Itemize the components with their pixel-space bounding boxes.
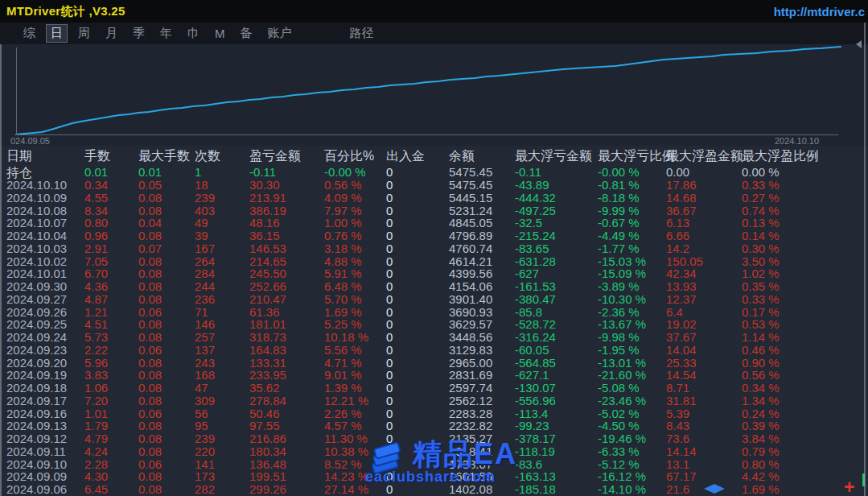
cell-8: -83.6 (515, 458, 598, 471)
cell-11: 0.46 % (742, 344, 868, 357)
header-cell-9: 最大浮亏比例 (598, 148, 666, 165)
cell-8: -113.4 (515, 407, 598, 420)
cell-10: 36.67 (666, 205, 742, 217)
cell-2: 0.06 (138, 407, 195, 420)
cell-11: 0.24 % (742, 407, 868, 420)
equity-curve-line (16, 47, 841, 134)
table-row-2024.09.09[interactable]: 2024.09.094.300.08173199.5114.23 %01601.… (0, 470, 868, 483)
cell-5: 0.76 % (324, 229, 386, 242)
cell-4: 210.47 (249, 293, 324, 306)
cell-6: 0 (386, 483, 449, 496)
menu-item-3[interactable]: 周 (74, 25, 94, 42)
cell-11: 0.39 % (742, 420, 868, 432)
cell-11: 0.17 % (742, 306, 868, 319)
header-cell-10: 最大浮盈金额 (666, 148, 742, 165)
cell-9: -1.77 % (598, 242, 666, 255)
cell-3: 309 (195, 395, 249, 407)
menu-item-8[interactable]: M (211, 26, 229, 41)
table-row-2024.10.02[interactable]: 2024.10.027.050.08264214.654.88 %04614.2… (0, 255, 868, 268)
cell-6: 0 (386, 432, 449, 445)
header-cell-2: 最大手数 (138, 148, 195, 165)
header-cell-0: 日期 (0, 148, 84, 165)
cell-5: 1.00 % (324, 217, 386, 229)
cell-7: 4154.06 (449, 280, 515, 293)
cell-4: 216.86 (249, 432, 324, 445)
cell-0: 2024.10.04 (0, 229, 84, 242)
cell-2: 0.06 (138, 458, 195, 471)
cell-4: 214.65 (249, 255, 324, 268)
cell-1: 2.91 (84, 242, 138, 255)
cell-8: -444.32 (515, 192, 598, 205)
table-row-2024.09.20[interactable]: 2024.09.205.960.08243133.314.71 %02965.0… (0, 357, 868, 370)
table-row-2024.09.18[interactable]: 2024.09.181.060.084735.621.39 %02597.74-… (0, 382, 868, 395)
cell-0: 2024.09.10 (0, 458, 84, 471)
cell-5: 27.14 % (324, 483, 386, 496)
cell-7: 2831.69 (449, 369, 515, 382)
cell-10: 150.05 (666, 255, 742, 268)
table-row-2024.09.19[interactable]: 2024.09.193.830.08168233.959.01 %02831.6… (0, 369, 868, 382)
menu-item-6[interactable]: 年 (156, 25, 176, 42)
table-row-2024.09.17[interactable]: 2024.09.177.200.08309278.8412.21 %02562.… (0, 395, 868, 407)
menu-item-2[interactable]: 日 (47, 25, 67, 42)
table-row-2024.09.24[interactable]: 2024.09.245.730.08257318.7310.18 %03448.… (0, 331, 868, 344)
cell-6: 0 (386, 179, 449, 192)
table-row-2024.10.08[interactable]: 2024.10.088.340.08403386.197.97 %05231.2… (0, 205, 868, 217)
table-row-2024.10.07[interactable]: 2024.10.070.800.044948.161.00 %04845.05-… (0, 217, 868, 229)
cell-7: 5475.45 (449, 179, 515, 192)
cell-10: 5.39 (666, 407, 742, 420)
menu-item-4[interactable]: 月 (101, 25, 121, 42)
app-title: MTDriver统计 ,V3.25 (6, 4, 125, 19)
cell-6: 0 (386, 255, 449, 268)
table-row-2024.09.26[interactable]: 2024.09.261.210.067161.361.69 %03690.93-… (0, 306, 868, 319)
position-row[interactable]: 持仓0.010.011-0.11-0.00 %05475.45-0.11-0.0… (0, 165, 868, 179)
menu-item-10[interactable]: 账户 (264, 25, 296, 42)
table-row-2024.10.01[interactable]: 2024.10.016.700.08284245.505.91 %04399.5… (0, 267, 868, 280)
menu-item-1[interactable]: 综 (19, 25, 39, 42)
cell-5: 10.18 % (324, 331, 386, 344)
cell-5: 12.21 % (324, 395, 386, 407)
cell-1: 4.87 (84, 293, 138, 306)
cell-7: 1402.08 (449, 483, 515, 496)
table-row-2024.09.06[interactable]: 2024.09.066.450.08282299.2627.14 %01402.… (0, 483, 868, 496)
menu-item-9[interactable]: 备 (237, 25, 257, 42)
cell-7: 2597.74 (449, 382, 515, 395)
cell-9: -14.10 % (598, 483, 666, 496)
cell-9: -3.89 % (598, 280, 666, 293)
cell-1: 1.79 (84, 420, 138, 432)
cell-6: 0 (386, 205, 449, 217)
cell-5: 0.56 % (324, 179, 386, 192)
cell-11: 0.27 % (742, 192, 868, 205)
cell-9: -21.60 % (598, 369, 666, 382)
menu-item-5[interactable]: 季 (129, 25, 149, 42)
cell-4: 233.95 (249, 369, 324, 382)
cell-6: 0 (386, 293, 449, 306)
table-row-2024.10.04[interactable]: 2024.10.040.960.083936.150.76 %04796.89-… (0, 229, 868, 242)
table-row-2024.09.23[interactable]: 2024.09.232.220.06137164.835.56 %03129.8… (0, 344, 868, 357)
table-row-2024.09.25[interactable]: 2024.09.254.510.08146181.015.25 %03629.5… (0, 318, 868, 331)
menu-item-7[interactable]: 巾 (183, 25, 204, 42)
cell-7: 2562.12 (449, 395, 515, 407)
cell-3: 243 (195, 357, 249, 370)
cell-3: 264 (195, 255, 249, 268)
header-cell-1: 手数 (84, 148, 138, 165)
table-row-2024.09.16[interactable]: 2024.09.161.010.065650.462.26 %02283.28-… (0, 407, 868, 420)
app-url-link[interactable]: http://mtdriver.c (774, 5, 865, 19)
table-row-2024.09.13[interactable]: 2024.09.131.790.089597.554.57 %02232.82-… (0, 420, 868, 432)
cell-0: 2024.09.19 (0, 369, 84, 382)
cell-10: 14.04 (666, 344, 742, 357)
cell-1: 6.70 (84, 267, 138, 280)
table-row-2024.09.12[interactable]: 2024.09.124.790.08239216.8611.30 %02135.… (0, 432, 868, 445)
table-row-2024.09.30[interactable]: 2024.09.304.360.08244252.666.48 %04154.0… (0, 280, 868, 293)
cell-11: 0.79 % (742, 445, 868, 458)
table-row-2024.09.11[interactable]: 2024.09.114.240.08220180.3410.38 %01918.… (0, 445, 868, 458)
cell-11: 1.14 % (742, 331, 868, 344)
table-row-2024.09.10[interactable]: 2024.09.102.280.06141136.488.52 %01738.0… (0, 458, 868, 471)
table-row-2024.10.09[interactable]: 2024.10.094.550.08239213.914.09 %05445.1… (0, 192, 868, 205)
menu-item-11[interactable]: 路径 (346, 25, 378, 42)
cell-4: 299.26 (249, 483, 324, 496)
table-row-2024.09.27[interactable]: 2024.09.274.870.08236210.475.70 %03901.4… (0, 293, 868, 306)
scroll-arrow-icon[interactable] (856, 40, 862, 48)
cell-5: 4.57 % (324, 420, 386, 432)
table-row-2024.10.10[interactable]: 2024.10.100.340.051830.300.56 %05475.45-… (0, 179, 868, 192)
table-row-2024.10.03[interactable]: 2024.10.032.910.07167146.533.18 %04760.7… (0, 242, 868, 255)
